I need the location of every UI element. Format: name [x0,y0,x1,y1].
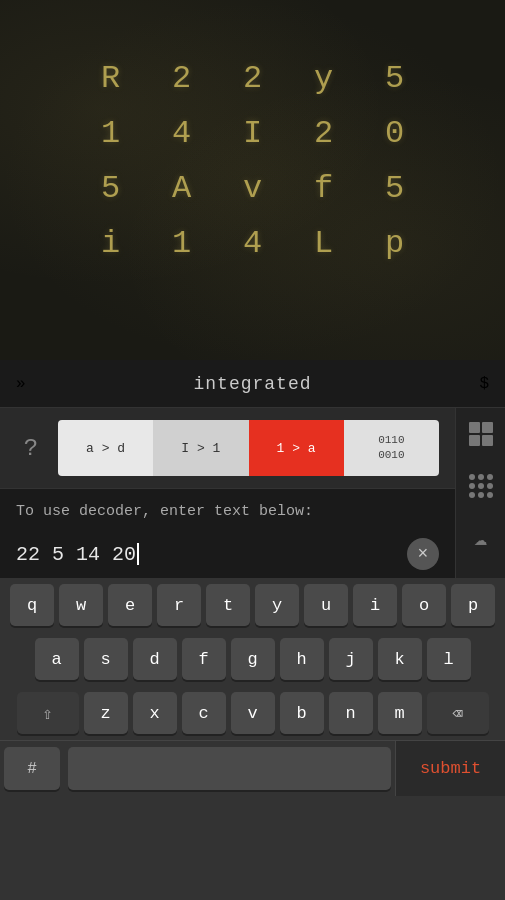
decoder-section: ? a > d I > 1 1 > a 01100010 To use deco… [0,408,505,578]
keyboard-row-2: asdfghjkl [0,632,505,686]
cipher-display: R22y514I205Avf5i14Lp [0,0,505,360]
cipher-char: R [80,60,141,97]
key-j[interactable]: j [329,638,373,680]
cipher-char: i [80,225,141,262]
key-z[interactable]: z [84,692,128,734]
key-k[interactable]: k [378,638,422,680]
input-area[interactable]: 22 5 14 20 × [0,530,455,578]
key-n[interactable]: n [329,692,373,734]
shift-key[interactable]: ⇧ [17,692,79,734]
app-title: integrated [193,374,311,394]
key-s[interactable]: s [84,638,128,680]
decoder-card-1-a[interactable]: 1 > a [249,420,344,476]
dots-view-button[interactable] [463,468,499,504]
instruction-text: To use decoder, enter text below: [16,503,439,520]
cipher-char: 5 [364,60,425,97]
cipher-char: 4 [151,115,212,152]
right-icon-panel: ☁ [455,408,505,578]
help-icon[interactable]: ? [16,435,46,462]
cipher-char: 1 [80,115,141,152]
currency-icon[interactable]: $ [479,375,489,393]
keyboard-row-3: ⇧zxcvbnm⌫ [0,686,505,740]
key-t[interactable]: t [206,584,250,626]
cipher-char: v [222,170,283,207]
instruction-area: To use decoder, enter text below: [0,489,455,530]
input-value: 22 5 14 20 [16,543,136,566]
key-g[interactable]: g [231,638,275,680]
dots-icon [469,474,493,498]
cloud-icon: ☁ [474,525,487,552]
header-bar: » integrated $ [0,360,505,408]
decoder-card-a-d[interactable]: a > d [58,420,153,476]
key-m[interactable]: m [378,692,422,734]
cipher-char: I [222,115,283,152]
key-d[interactable]: d [133,638,177,680]
key-y[interactable]: y [255,584,299,626]
back-arrows-icon[interactable]: » [16,375,26,393]
cipher-char: y [293,60,354,97]
cipher-char: 0 [364,115,425,152]
key-u[interactable]: u [304,584,348,626]
key-w[interactable]: w [59,584,103,626]
keyboard: qwertyuiop asdfghjkl ⇧zxcvbnm⌫ # submit [0,578,505,900]
key-q[interactable]: q [10,584,54,626]
cipher-char: 4 [222,225,283,262]
backspace-key[interactable]: ⌫ [427,692,489,734]
bottom-panel: » integrated $ ? a > d I > 1 1 > a 01100… [0,360,505,900]
cipher-grid: R22y514I205Avf5i14Lp [80,60,425,262]
cipher-char: A [151,170,212,207]
cipher-char: 2 [151,60,212,97]
cipher-char: 2 [293,115,354,152]
key-r[interactable]: r [157,584,201,626]
cipher-char: p [364,225,425,262]
text-input[interactable]: 22 5 14 20 [16,543,399,566]
space-key[interactable] [68,747,391,790]
keyboard-bottom-bar: # submit [0,740,505,796]
key-p[interactable]: p [451,584,495,626]
key-v[interactable]: v [231,692,275,734]
grid-icon [469,422,493,446]
key-h[interactable]: h [280,638,324,680]
decoder-card-binary[interactable]: 01100010 [344,420,439,476]
cipher-char: 1 [151,225,212,262]
grid-view-button[interactable] [463,416,499,452]
decoder-cards: a > d I > 1 1 > a 01100010 [58,420,439,476]
key-f[interactable]: f [182,638,226,680]
key-e[interactable]: e [108,584,152,626]
decoder-card-i-1[interactable]: I > 1 [153,420,248,476]
cloud-button[interactable]: ☁ [463,520,499,556]
cipher-char: 5 [80,170,141,207]
key-b[interactable]: b [280,692,324,734]
symbol-key[interactable]: # [4,747,60,790]
keyboard-row-1: qwertyuiop [0,578,505,632]
decoder-panel: ? a > d I > 1 1 > a 01100010 [0,408,455,489]
key-c[interactable]: c [182,692,226,734]
submit-button[interactable]: submit [395,741,505,796]
key-o[interactable]: o [402,584,446,626]
decoder-left-panel: ? a > d I > 1 1 > a 01100010 To use deco… [0,408,455,578]
key-l[interactable]: l [427,638,471,680]
cursor [137,543,139,565]
cipher-char: L [293,225,354,262]
key-a[interactable]: a [35,638,79,680]
clear-button[interactable]: × [407,538,439,570]
cipher-char: 2 [222,60,283,97]
key-i[interactable]: i [353,584,397,626]
cipher-char: 5 [364,170,425,207]
cipher-char: f [293,170,354,207]
key-x[interactable]: x [133,692,177,734]
